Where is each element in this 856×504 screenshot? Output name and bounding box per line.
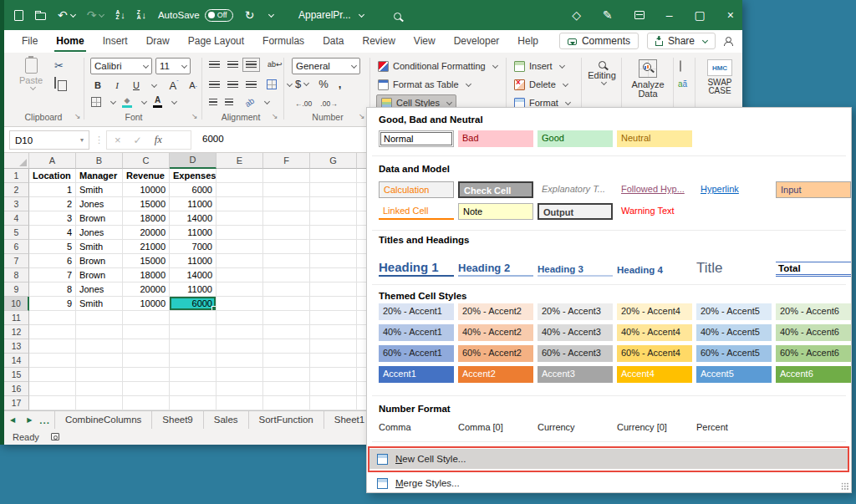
row-header-16[interactable]: 16 [4,382,29,396]
worksheet-grid[interactable]: ABCDEFGH 1LocationManagerRevenueExpenses… [4,153,374,410]
cell-E17[interactable] [217,396,263,410]
tab-data[interactable]: Data [313,30,353,53]
style-input[interactable]: Input [776,181,851,198]
tab-page-layout[interactable]: Page Layout [179,30,253,53]
macro-record-icon[interactable] [51,433,59,440]
font-size-select[interactable]: 11 [155,58,191,74]
style-accent5[interactable]: Accent5 [696,366,772,383]
comma-format-icon[interactable]: , [339,78,342,90]
sort-az-icon[interactable]: AZ↓ [115,10,125,20]
number-dialog-launcher-icon[interactable]: ↘ [359,112,365,120]
style-60-accent3[interactable]: 60% - Accent3 [538,345,613,362]
font-color-icon[interactable]: A [153,96,162,108]
cell-D17[interactable] [170,396,217,410]
style-60-accent2[interactable]: 60% - Accent2 [458,345,533,362]
middle-align-icon[interactable] [227,61,238,69]
pen-icon[interactable]: ✎ [603,9,613,21]
column-header-B[interactable]: B [76,153,123,169]
column-header-G[interactable]: G [310,153,357,169]
sort-za-icon[interactable]: ZA↓ [137,10,146,20]
cell-F5[interactable] [263,226,310,240]
autosave-toggle[interactable]: AutoSave Off [158,9,233,22]
row-header-13[interactable]: 13 [4,339,29,354]
cell-A9[interactable]: 8 [29,283,76,297]
tab-view[interactable]: View [405,30,445,53]
enter-icon[interactable]: ✓ [134,135,142,146]
cell-D14[interactable] [170,354,217,368]
cell-D2[interactable]: 6000 [170,183,217,197]
style-heading-4[interactable]: Heading 4 [617,247,692,277]
cell-E12[interactable] [217,325,263,339]
style-calculation[interactable]: Calculation [379,181,454,198]
font-name-select[interactable]: Calibri [90,58,152,74]
cell-E14[interactable] [217,354,263,368]
cell-B14[interactable] [76,354,123,368]
align-left-icon[interactable] [209,81,220,89]
cell-E7[interactable] [217,254,263,268]
row-header-6[interactable]: 6 [4,240,29,254]
tab-insert[interactable]: Insert [94,30,137,53]
style-currency[interactable]: Currency [538,422,614,432]
style-40-accent2[interactable]: 40% - Accent2 [458,324,533,341]
tab-review[interactable]: Review [353,30,404,53]
cell-G3[interactable] [310,197,357,211]
formula-input[interactable]: 6000 [202,134,224,144]
cell-A7[interactable]: 6 [29,254,76,268]
cell-C3[interactable]: 15000 [123,197,170,211]
style-60-accent5[interactable]: 60% - Accent5 [696,345,772,362]
decrease-decimal-icon[interactable]: .00→ [320,99,337,108]
style-20-accent3[interactable]: 20% - Accent3 [538,303,613,320]
cell-A2[interactable]: 1 [29,183,76,197]
sheet-tab-sortfunction[interactable]: SortFunction [248,411,324,430]
style-linked-cell[interactable]: Linked Cell [379,203,454,220]
cell-D5[interactable]: 11000 [170,226,217,240]
gem-icon[interactable]: ◇ [572,9,581,21]
cell-F3[interactable] [263,197,310,211]
cell-F2[interactable] [263,183,310,197]
cell-G4[interactable] [310,211,357,226]
cell-B13[interactable] [76,339,123,354]
style-accent6[interactable]: Accent6 [776,366,851,383]
cell-G5[interactable] [310,226,357,240]
style-followed-hyp-[interactable]: Followed Hyp... [617,181,692,198]
row-header-5[interactable]: 5 [4,226,29,240]
cell-C5[interactable]: 20000 [123,226,170,240]
row-header-10[interactable]: 10 [4,297,29,311]
maximize-button[interactable]: ▢ [695,9,706,21]
cell-C15[interactable] [123,368,170,382]
sheet-nav-right-icon[interactable]: ▶ [21,416,38,424]
cell-D10[interactable]: 6000 [170,297,217,311]
row-header-11[interactable]: 11 [4,311,29,325]
delete-cells-button[interactable]: Delete [514,76,568,93]
cell-G11[interactable] [310,311,357,325]
cell-A12[interactable] [29,325,76,339]
calculator-icon[interactable] [680,61,681,71]
sheet-tab-sales[interactable]: Sales [203,411,248,430]
cell-B12[interactable] [76,325,123,339]
cell-C4[interactable]: 18000 [123,211,170,226]
name-box[interactable]: D10 ▾ [9,130,89,150]
row-header-9[interactable]: 9 [4,283,29,297]
style-good[interactable]: Good [538,130,613,147]
cell-G6[interactable] [310,240,357,254]
cell-E1[interactable] [217,169,263,183]
insert-cells-button[interactable]: Insert [514,58,564,74]
row-header-8[interactable]: 8 [4,268,29,283]
cell-C14[interactable] [123,354,170,368]
cell-C7[interactable]: 15000 [123,254,170,268]
document-title-area[interactable]: ApparelPr... [298,0,364,30]
select-all-corner[interactable] [4,153,29,169]
top-align-icon[interactable] [209,61,220,69]
menu-item-merge-styles[interactable]: Merge Styles... [369,473,848,493]
cell-G13[interactable] [310,339,357,354]
cell-G1[interactable] [310,169,357,183]
cell-A1[interactable]: Location [29,169,76,183]
align-center-icon[interactable] [227,81,238,89]
wrap-text-icon[interactable]: ab↩ [268,60,283,69]
cell-F9[interactable] [263,283,310,297]
customize-toolbar-icon[interactable] [266,14,273,17]
cell-F14[interactable] [263,354,310,368]
cell-F4[interactable] [263,211,310,226]
cell-D9[interactable]: 11000 [170,283,217,297]
cell-B6[interactable]: Smith [76,240,123,254]
